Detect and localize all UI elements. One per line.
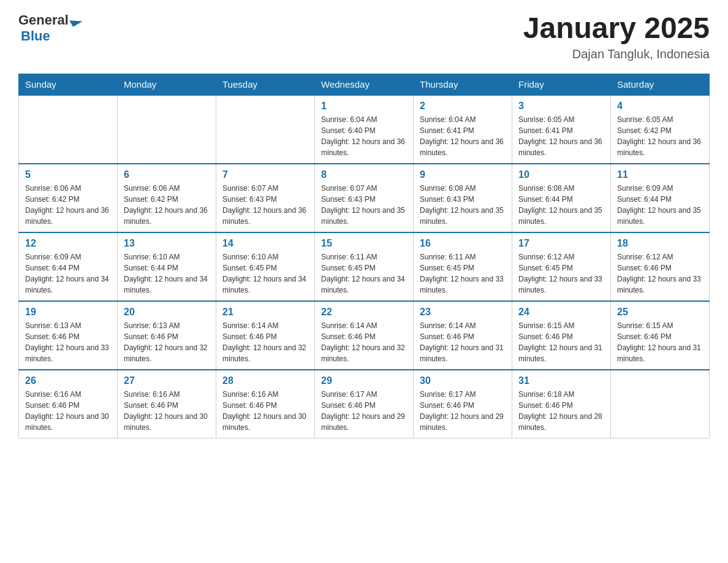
day-number: 26 xyxy=(25,375,111,386)
calendar-cell: 4Sunrise: 6:05 AMSunset: 6:42 PMDaylight… xyxy=(611,95,710,164)
weekday-header-thursday: Thursday xyxy=(414,74,512,95)
calendar-cell: 30Sunrise: 6:17 AMSunset: 6:46 PMDayligh… xyxy=(414,370,512,439)
day-info: Sunrise: 6:15 AMSunset: 6:46 PMDaylight:… xyxy=(617,320,703,364)
calendar-cell: 12Sunrise: 6:09 AMSunset: 6:44 PMDayligh… xyxy=(19,232,118,301)
calendar-cell: 22Sunrise: 6:14 AMSunset: 6:46 PMDayligh… xyxy=(315,301,414,370)
day-info: Sunrise: 6:16 AMSunset: 6:46 PMDaylight:… xyxy=(25,389,111,433)
day-info: Sunrise: 6:10 AMSunset: 6:45 PMDaylight:… xyxy=(222,251,308,296)
calendar-week-5: 26Sunrise: 6:16 AMSunset: 6:46 PMDayligh… xyxy=(19,370,710,439)
day-info: Sunrise: 6:09 AMSunset: 6:44 PMDaylight:… xyxy=(25,251,111,296)
day-number: 31 xyxy=(518,375,604,386)
day-info: Sunrise: 6:17 AMSunset: 6:46 PMDaylight:… xyxy=(420,389,506,433)
day-number: 2 xyxy=(420,101,506,112)
day-info: Sunrise: 6:15 AMSunset: 6:46 PMDaylight:… xyxy=(518,320,604,364)
calendar-cell: 7Sunrise: 6:07 AMSunset: 6:43 PMDaylight… xyxy=(216,164,315,232)
day-number: 13 xyxy=(124,238,210,249)
day-info: Sunrise: 6:12 AMSunset: 6:46 PMDaylight:… xyxy=(617,251,703,296)
day-number: 22 xyxy=(321,307,407,318)
day-info: Sunrise: 6:11 AMSunset: 6:45 PMDaylight:… xyxy=(321,251,407,296)
day-info: Sunrise: 6:14 AMSunset: 6:46 PMDaylight:… xyxy=(222,320,308,364)
day-number: 8 xyxy=(321,169,407,180)
logo-arrow-icon xyxy=(69,15,83,26)
day-number: 15 xyxy=(321,238,407,249)
calendar-cell xyxy=(19,95,118,164)
day-number: 10 xyxy=(518,169,604,180)
logo: General Blue xyxy=(18,12,82,44)
calendar-cell: 1Sunrise: 6:04 AMSunset: 6:40 PMDaylight… xyxy=(315,95,414,164)
day-info: Sunrise: 6:08 AMSunset: 6:44 PMDaylight:… xyxy=(518,183,604,227)
day-number: 21 xyxy=(222,307,308,318)
calendar-cell: 9Sunrise: 6:08 AMSunset: 6:43 PMDaylight… xyxy=(414,164,512,232)
day-info: Sunrise: 6:07 AMSunset: 6:43 PMDaylight:… xyxy=(321,183,407,227)
day-info: Sunrise: 6:08 AMSunset: 6:43 PMDaylight:… xyxy=(420,183,506,227)
calendar-cell: 25Sunrise: 6:15 AMSunset: 6:46 PMDayligh… xyxy=(611,301,710,370)
day-number: 16 xyxy=(420,238,506,249)
day-info: Sunrise: 6:05 AMSunset: 6:41 PMDaylight:… xyxy=(518,114,604,158)
day-info: Sunrise: 6:17 AMSunset: 6:46 PMDaylight:… xyxy=(321,389,407,433)
title-block: January 2025 Dajan Tangluk, Indonesia xyxy=(523,12,710,61)
calendar-cell xyxy=(216,95,315,164)
day-number: 29 xyxy=(321,375,407,386)
calendar-cell: 20Sunrise: 6:13 AMSunset: 6:46 PMDayligh… xyxy=(118,301,216,370)
day-info: Sunrise: 6:14 AMSunset: 6:46 PMDaylight:… xyxy=(420,320,506,364)
day-info: Sunrise: 6:16 AMSunset: 6:46 PMDaylight:… xyxy=(124,389,210,433)
calendar-cell: 16Sunrise: 6:11 AMSunset: 6:45 PMDayligh… xyxy=(414,232,512,301)
calendar-cell: 14Sunrise: 6:10 AMSunset: 6:45 PMDayligh… xyxy=(216,232,315,301)
day-info: Sunrise: 6:05 AMSunset: 6:42 PMDaylight:… xyxy=(617,114,703,158)
weekday-header-friday: Friday xyxy=(512,74,611,95)
calendar-table: SundayMondayTuesdayWednesdayThursdayFrid… xyxy=(18,74,710,439)
day-info: Sunrise: 6:09 AMSunset: 6:44 PMDaylight:… xyxy=(617,183,703,227)
calendar-cell: 15Sunrise: 6:11 AMSunset: 6:45 PMDayligh… xyxy=(315,232,414,301)
calendar-cell xyxy=(611,370,710,439)
calendar-cell: 19Sunrise: 6:13 AMSunset: 6:46 PMDayligh… xyxy=(19,301,118,370)
calendar-cell: 17Sunrise: 6:12 AMSunset: 6:45 PMDayligh… xyxy=(512,232,611,301)
day-number: 6 xyxy=(124,169,210,180)
calendar-cell: 31Sunrise: 6:18 AMSunset: 6:46 PMDayligh… xyxy=(512,370,611,439)
location-label: Dajan Tangluk, Indonesia xyxy=(523,47,710,61)
calendar-cell: 26Sunrise: 6:16 AMSunset: 6:46 PMDayligh… xyxy=(19,370,118,439)
page-header: General Blue January 2025 Dajan Tangluk,… xyxy=(18,12,710,61)
day-number: 7 xyxy=(222,169,308,180)
calendar-week-1: 1Sunrise: 6:04 AMSunset: 6:40 PMDaylight… xyxy=(19,95,710,164)
day-info: Sunrise: 6:04 AMSunset: 6:40 PMDaylight:… xyxy=(321,114,407,158)
day-number: 20 xyxy=(124,307,210,318)
day-number: 19 xyxy=(25,307,111,318)
day-info: Sunrise: 6:11 AMSunset: 6:45 PMDaylight:… xyxy=(420,251,506,296)
calendar-cell: 13Sunrise: 6:10 AMSunset: 6:44 PMDayligh… xyxy=(118,232,216,301)
day-info: Sunrise: 6:12 AMSunset: 6:45 PMDaylight:… xyxy=(518,251,604,296)
calendar-cell: 10Sunrise: 6:08 AMSunset: 6:44 PMDayligh… xyxy=(512,164,611,232)
day-number: 18 xyxy=(617,238,703,249)
weekday-header-saturday: Saturday xyxy=(611,74,710,95)
calendar-cell: 8Sunrise: 6:07 AMSunset: 6:43 PMDaylight… xyxy=(315,164,414,232)
day-number: 1 xyxy=(321,101,407,112)
calendar-cell: 24Sunrise: 6:15 AMSunset: 6:46 PMDayligh… xyxy=(512,301,611,370)
day-number: 4 xyxy=(617,101,703,112)
weekday-row: SundayMondayTuesdayWednesdayThursdayFrid… xyxy=(19,74,710,95)
day-info: Sunrise: 6:10 AMSunset: 6:44 PMDaylight:… xyxy=(124,251,210,296)
day-info: Sunrise: 6:13 AMSunset: 6:46 PMDaylight:… xyxy=(124,320,210,364)
day-info: Sunrise: 6:14 AMSunset: 6:46 PMDaylight:… xyxy=(321,320,407,364)
calendar-cell: 2Sunrise: 6:04 AMSunset: 6:41 PMDaylight… xyxy=(414,95,512,164)
calendar-cell: 28Sunrise: 6:16 AMSunset: 6:46 PMDayligh… xyxy=(216,370,315,439)
month-title: January 2025 xyxy=(523,12,710,45)
calendar-week-4: 19Sunrise: 6:13 AMSunset: 6:46 PMDayligh… xyxy=(19,301,710,370)
day-number: 5 xyxy=(25,169,111,180)
day-number: 23 xyxy=(420,307,506,318)
logo-blue-text: Blue xyxy=(21,28,50,44)
calendar-cell: 3Sunrise: 6:05 AMSunset: 6:41 PMDaylight… xyxy=(512,95,611,164)
day-number: 3 xyxy=(518,101,604,112)
day-number: 27 xyxy=(124,375,210,386)
calendar-cell: 5Sunrise: 6:06 AMSunset: 6:42 PMDaylight… xyxy=(19,164,118,232)
calendar-cell: 11Sunrise: 6:09 AMSunset: 6:44 PMDayligh… xyxy=(611,164,710,232)
logo-general-text: General xyxy=(18,12,69,28)
day-info: Sunrise: 6:18 AMSunset: 6:46 PMDaylight:… xyxy=(518,389,604,433)
day-number: 30 xyxy=(420,375,506,386)
weekday-header-tuesday: Tuesday xyxy=(216,74,315,95)
calendar-body: 1Sunrise: 6:04 AMSunset: 6:40 PMDaylight… xyxy=(19,95,710,439)
calendar-cell: 23Sunrise: 6:14 AMSunset: 6:46 PMDayligh… xyxy=(414,301,512,370)
calendar-cell: 6Sunrise: 6:06 AMSunset: 6:42 PMDaylight… xyxy=(118,164,216,232)
day-number: 9 xyxy=(420,169,506,180)
day-number: 14 xyxy=(222,238,308,249)
day-number: 11 xyxy=(617,169,703,180)
day-number: 25 xyxy=(617,307,703,318)
